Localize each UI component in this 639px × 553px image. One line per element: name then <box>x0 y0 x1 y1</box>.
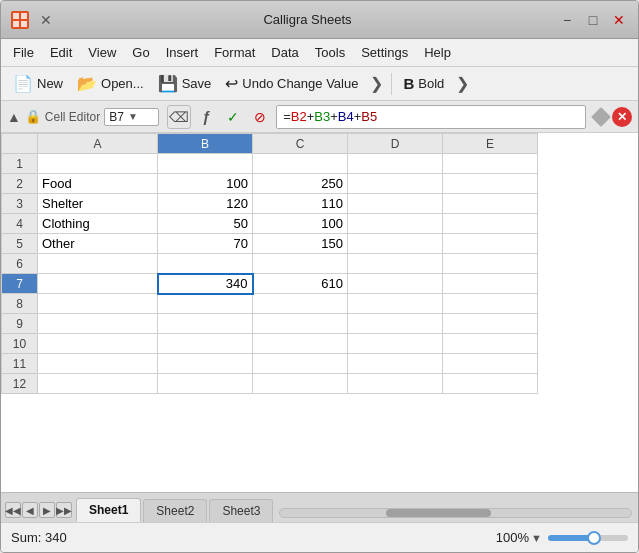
cell-E7[interactable] <box>443 274 538 294</box>
cell-B5[interactable]: 70 <box>158 234 253 254</box>
delete-cell-button[interactable]: ⌫ <box>167 105 191 129</box>
cell-E5[interactable] <box>443 234 538 254</box>
cell-D2[interactable] <box>348 174 443 194</box>
cell-C7[interactable]: 610 <box>253 274 348 294</box>
cell-C10[interactable] <box>253 334 348 354</box>
cell-A5[interactable]: Other <box>38 234 158 254</box>
menu-view[interactable]: View <box>80 42 124 63</box>
cell-A7[interactable] <box>38 274 158 294</box>
menu-go[interactable]: Go <box>124 42 157 63</box>
cell-E2[interactable] <box>443 174 538 194</box>
cancel-formula-button[interactable]: ⊘ <box>248 105 272 129</box>
horizontal-scrollbar[interactable] <box>279 508 632 518</box>
cell-B9[interactable] <box>158 314 253 334</box>
cell-E4[interactable] <box>443 214 538 234</box>
col-header-E[interactable]: E <box>443 134 538 154</box>
cell-B2[interactable]: 100 <box>158 174 253 194</box>
close-button[interactable]: ✕ <box>608 9 630 31</box>
menu-settings[interactable]: Settings <box>353 42 416 63</box>
cell-A10[interactable] <box>38 334 158 354</box>
open-button[interactable]: 📂 Open... <box>71 71 150 96</box>
cell-C9[interactable] <box>253 314 348 334</box>
cell-D3[interactable] <box>348 194 443 214</box>
cell-A3[interactable]: Shelter <box>38 194 158 214</box>
cell-D8[interactable] <box>348 294 443 314</box>
menu-data[interactable]: Data <box>263 42 306 63</box>
cell-E8[interactable] <box>443 294 538 314</box>
cell-C11[interactable] <box>253 354 348 374</box>
cell-A11[interactable] <box>38 354 158 374</box>
cell-C4[interactable]: 100 <box>253 214 348 234</box>
pin-button[interactable]: ✕ <box>37 11 55 29</box>
cell-A12[interactable] <box>38 374 158 394</box>
cell-A6[interactable] <box>38 254 158 274</box>
new-button[interactable]: 📄 New <box>7 71 69 96</box>
cell-C8[interactable] <box>253 294 348 314</box>
cell-E11[interactable] <box>443 354 538 374</box>
menu-format[interactable]: Format <box>206 42 263 63</box>
cell-C3[interactable]: 110 <box>253 194 348 214</box>
close-formula-button[interactable]: ✕ <box>612 107 632 127</box>
menu-insert[interactable]: Insert <box>158 42 207 63</box>
sheet-last-button[interactable]: ▶▶ <box>56 502 72 518</box>
toolbar-right-arrow[interactable]: ❯ <box>366 71 386 97</box>
cell-B11[interactable] <box>158 354 253 374</box>
minimize-button[interactable]: − <box>556 9 578 31</box>
cell-D6[interactable] <box>348 254 443 274</box>
cell-B1[interactable] <box>158 154 253 174</box>
sheet-next-button[interactable]: ▶ <box>39 502 55 518</box>
cell-B3[interactable]: 120 <box>158 194 253 214</box>
cell-C2[interactable]: 250 <box>253 174 348 194</box>
bold-button[interactable]: B Bold <box>397 72 450 95</box>
zoom-slider[interactable] <box>548 535 628 541</box>
sheet-tab-1[interactable]: Sheet1 <box>76 498 141 522</box>
confirm-formula-button[interactable]: ✓ <box>221 105 245 129</box>
cell-E6[interactable] <box>443 254 538 274</box>
cell-A8[interactable] <box>38 294 158 314</box>
cell-D9[interactable] <box>348 314 443 334</box>
undo-button[interactable]: ↩ Undo Change Value <box>219 71 364 96</box>
cell-A4[interactable]: Clothing <box>38 214 158 234</box>
col-header-C[interactable]: C <box>253 134 348 154</box>
cell-D7[interactable] <box>348 274 443 294</box>
cell-A2[interactable]: Food <box>38 174 158 194</box>
grid-container[interactable]: A B C D E 1 <box>1 133 638 492</box>
sheet-tab-2[interactable]: Sheet2 <box>143 499 207 522</box>
cell-A9[interactable] <box>38 314 158 334</box>
cell-E1[interactable] <box>443 154 538 174</box>
zoom-control[interactable]: 100% ▼ <box>496 530 542 545</box>
menu-edit[interactable]: Edit <box>42 42 80 63</box>
save-button[interactable]: 💾 Save <box>152 71 218 96</box>
cell-B7[interactable]: 340 <box>158 274 253 294</box>
cell-B12[interactable] <box>158 374 253 394</box>
cell-C5[interactable]: 150 <box>253 234 348 254</box>
sheet-prev-button[interactable]: ◀ <box>22 502 38 518</box>
cell-B6[interactable] <box>158 254 253 274</box>
menu-help[interactable]: Help <box>416 42 459 63</box>
formula-input[interactable]: =B2+B3+B4+B5 <box>276 105 586 129</box>
cell-B8[interactable] <box>158 294 253 314</box>
col-header-D[interactable]: D <box>348 134 443 154</box>
cell-A1[interactable] <box>38 154 158 174</box>
cell-C1[interactable] <box>253 154 348 174</box>
col-header-B[interactable]: B <box>158 134 253 154</box>
sheet-tab-3[interactable]: Sheet3 <box>209 499 273 522</box>
function-icon-button[interactable]: ƒ <box>194 105 218 129</box>
sheet-first-button[interactable]: ◀◀ <box>5 502 21 518</box>
cell-B10[interactable] <box>158 334 253 354</box>
cell-D4[interactable] <box>348 214 443 234</box>
menu-tools[interactable]: Tools <box>307 42 353 63</box>
cell-D5[interactable] <box>348 234 443 254</box>
maximize-button[interactable]: □ <box>582 9 604 31</box>
cell-E3[interactable] <box>443 194 538 214</box>
cell-D1[interactable] <box>348 154 443 174</box>
cell-reference-box[interactable]: B7 ▼ <box>104 108 159 126</box>
menu-file[interactable]: File <box>5 42 42 63</box>
cell-E9[interactable] <box>443 314 538 334</box>
cell-C6[interactable] <box>253 254 348 274</box>
col-header-A[interactable]: A <box>38 134 158 154</box>
toolbar-right-arrow2[interactable]: ❯ <box>452 71 472 97</box>
cell-ref-dropdown-icon[interactable]: ▼ <box>128 111 138 122</box>
cell-B4[interactable]: 50 <box>158 214 253 234</box>
cell-E12[interactable] <box>443 374 538 394</box>
